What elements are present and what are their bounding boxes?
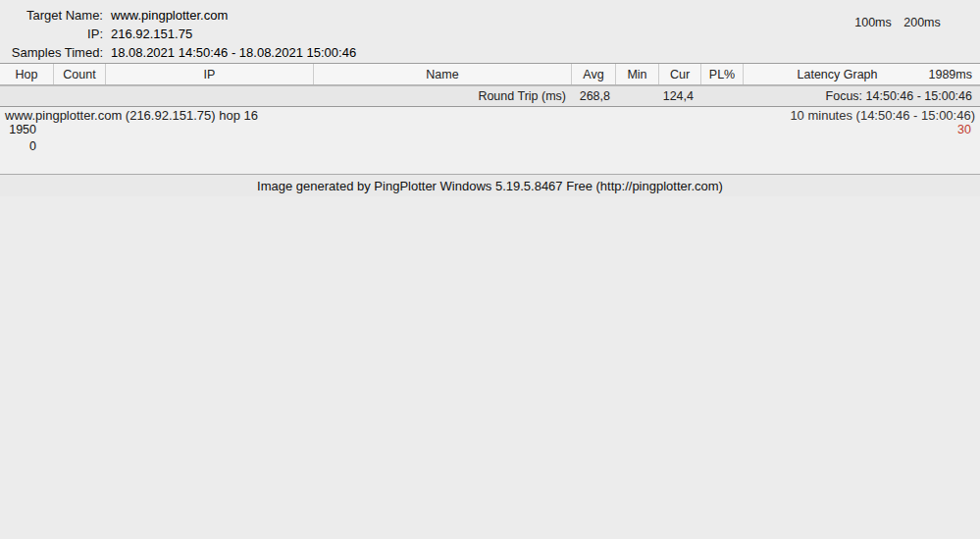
target-name-value: www.pingplotter.com — [111, 8, 228, 23]
samples-timed-value: 18.08.2021 14:50:46 - 18.08.2021 15:00:4… — [111, 45, 356, 60]
column-header-pl[interactable]: PL% — [701, 64, 744, 84]
target-name-label: Target Name: — [0, 8, 103, 23]
legend-red-segment — [919, 36, 974, 44]
column-header-ip[interactable]: IP — [106, 64, 314, 84]
legend-green-segment — [823, 36, 870, 44]
samples-timed-row: Samples Timed:18.08.2021 14:50:46 - 18.0… — [0, 45, 589, 60]
column-header-avg[interactable]: Avg — [572, 64, 616, 84]
trace-table: Hop Count IP Name Avg Min Cur PL% Latenc… — [0, 64, 980, 107]
column-header-count[interactable]: Count — [54, 64, 106, 84]
timeline-panel: www.pingplotter.com (216.92.151.75) hop … — [0, 107, 980, 174]
column-header-name[interactable]: Name — [314, 64, 572, 84]
legend-color-bar — [823, 36, 974, 44]
round-trip-avg: 268,8 — [572, 86, 616, 106]
samples-timed-label: Samples Timed: — [0, 45, 103, 60]
column-header-cur[interactable]: Cur — [659, 64, 701, 84]
ip-label: IP: — [0, 27, 103, 41]
timeline-loss-axis-label: 30 — [957, 123, 971, 136]
timeline-graph[interactable] — [0, 120, 294, 267]
legend-100ms-label: 100ms — [846, 16, 901, 29]
summary-header: Target Name:www.pingplotter.com IP:216.9… — [0, 0, 980, 64]
timeline-duration-label: 10 minutes (14:50:46 - 15:00:46) — [790, 108, 975, 123]
target-name-row: Target Name:www.pingplotter.com — [0, 8, 589, 23]
legend-orange-segment — [870, 36, 919, 44]
latency-graph-title: Latency Graph — [798, 68, 878, 81]
column-header-hop[interactable]: Hop — [0, 64, 54, 84]
latency-scale-legend: 100ms 200ms — [823, 0, 980, 59]
table-header-row: Hop Count IP Name Avg Min Cur PL% Latenc… — [0, 64, 980, 85]
generated-by-text: Image generated by PingPlotter Windows 5… — [257, 179, 723, 193]
ip-value: 216.92.151.75 — [111, 27, 192, 41]
latency-scale-max-label: 1989ms — [929, 68, 972, 81]
column-header-latency-graph[interactable]: Latency Graph 1989ms — [744, 64, 980, 84]
ip-row: IP:216.92.151.75 — [0, 27, 589, 41]
pingplotter-window: Target Name:www.pingplotter.com IP:216.9… — [0, 0, 980, 539]
legend-200ms-label: 200ms — [895, 16, 950, 29]
round-trip-label: Round Trip (ms) — [314, 86, 572, 106]
column-header-min[interactable]: Min — [616, 64, 659, 84]
